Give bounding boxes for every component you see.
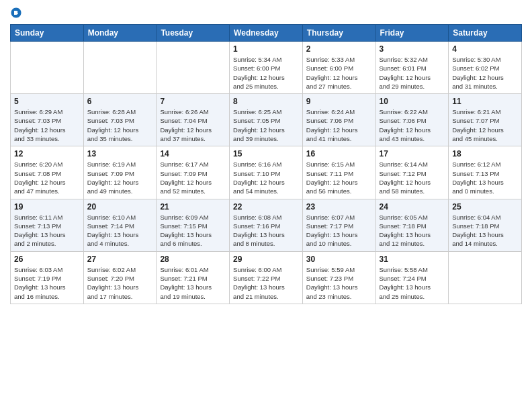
cell-info: Sunrise: 6:28 AM Sunset: 7:03 PM Dayligh… bbox=[87, 107, 153, 143]
day-number: 1 bbox=[233, 44, 299, 54]
cell-info: Sunrise: 5:58 AM Sunset: 7:24 PM Dayligh… bbox=[380, 265, 445, 301]
day-number: 21 bbox=[160, 202, 226, 212]
calendar-cell: 28Sunrise: 6:01 AM Sunset: 7:21 PM Dayli… bbox=[157, 251, 230, 304]
calendar-cell: 30Sunrise: 5:59 AM Sunset: 7:23 PM Dayli… bbox=[302, 251, 375, 304]
weekday-header: Tuesday bbox=[157, 25, 230, 42]
calendar-cell: 11Sunrise: 6:21 AM Sunset: 7:07 PM Dayli… bbox=[449, 94, 522, 146]
calendar-cell: 15Sunrise: 6:16 AM Sunset: 7:10 PM Dayli… bbox=[230, 146, 303, 199]
day-number: 4 bbox=[452, 44, 518, 54]
cell-info: Sunrise: 6:05 AM Sunset: 7:18 PM Dayligh… bbox=[380, 213, 445, 248]
weekday-header: Saturday bbox=[449, 25, 522, 42]
day-number: 29 bbox=[233, 255, 299, 264]
weekday-header: Friday bbox=[375, 25, 449, 42]
day-number: 26 bbox=[14, 255, 80, 264]
logo bbox=[10, 7, 25, 19]
calendar-cell: 3Sunrise: 5:32 AM Sunset: 6:01 PM Daylig… bbox=[375, 42, 449, 94]
cell-info: Sunrise: 6:10 AM Sunset: 7:14 PM Dayligh… bbox=[87, 213, 153, 248]
calendar-cell bbox=[11, 42, 84, 94]
calendar-cell: 29Sunrise: 6:00 AM Sunset: 7:22 PM Dayli… bbox=[230, 251, 303, 304]
calendar-header-row: SundayMondayTuesdayWednesdayThursdayFrid… bbox=[11, 25, 522, 42]
calendar-cell: 1Sunrise: 5:34 AM Sunset: 6:00 PM Daylig… bbox=[230, 42, 303, 94]
calendar-cell: 19Sunrise: 6:11 AM Sunset: 7:13 PM Dayli… bbox=[11, 199, 84, 251]
cell-info: Sunrise: 6:21 AM Sunset: 7:07 PM Dayligh… bbox=[452, 107, 518, 143]
cell-info: Sunrise: 6:15 AM Sunset: 7:11 PM Dayligh… bbox=[306, 160, 372, 195]
calendar-cell: 31Sunrise: 5:58 AM Sunset: 7:24 PM Dayli… bbox=[375, 251, 449, 304]
cell-info: Sunrise: 6:03 AM Sunset: 7:19 PM Dayligh… bbox=[14, 265, 80, 301]
cell-info: Sunrise: 6:22 AM Sunset: 7:06 PM Dayligh… bbox=[380, 107, 445, 143]
weekday-header: Monday bbox=[83, 25, 157, 42]
calendar-cell: 20Sunrise: 6:10 AM Sunset: 7:14 PM Dayli… bbox=[83, 199, 157, 251]
day-number: 3 bbox=[380, 44, 445, 54]
day-number: 8 bbox=[233, 97, 299, 106]
cell-info: Sunrise: 6:02 AM Sunset: 7:20 PM Dayligh… bbox=[87, 265, 153, 301]
calendar-cell: 6Sunrise: 6:28 AM Sunset: 7:03 PM Daylig… bbox=[83, 94, 157, 146]
day-number: 28 bbox=[160, 255, 226, 264]
calendar-cell: 18Sunrise: 6:12 AM Sunset: 7:13 PM Dayli… bbox=[449, 146, 522, 199]
calendar-week-row: 12Sunrise: 6:20 AM Sunset: 7:08 PM Dayli… bbox=[11, 146, 522, 199]
calendar-cell: 14Sunrise: 6:17 AM Sunset: 7:09 PM Dayli… bbox=[157, 146, 230, 199]
calendar-table: SundayMondayTuesdayWednesdayThursdayFrid… bbox=[10, 24, 522, 304]
day-number: 22 bbox=[233, 202, 299, 212]
day-number: 24 bbox=[380, 202, 445, 212]
day-number: 10 bbox=[380, 97, 445, 106]
calendar-cell: 27Sunrise: 6:02 AM Sunset: 7:20 PM Dayli… bbox=[83, 251, 157, 304]
cell-info: Sunrise: 6:20 AM Sunset: 7:08 PM Dayligh… bbox=[14, 160, 80, 195]
cell-info: Sunrise: 6:09 AM Sunset: 7:15 PM Dayligh… bbox=[160, 213, 226, 248]
calendar-cell: 16Sunrise: 6:15 AM Sunset: 7:11 PM Dayli… bbox=[302, 146, 375, 199]
day-number: 16 bbox=[306, 149, 372, 158]
cell-info: Sunrise: 5:32 AM Sunset: 6:01 PM Dayligh… bbox=[380, 55, 445, 91]
weekday-header: Wednesday bbox=[230, 25, 303, 42]
cell-info: Sunrise: 6:29 AM Sunset: 7:03 PM Dayligh… bbox=[14, 107, 80, 143]
calendar-cell: 21Sunrise: 6:09 AM Sunset: 7:15 PM Dayli… bbox=[157, 199, 230, 251]
cell-info: Sunrise: 6:01 AM Sunset: 7:21 PM Dayligh… bbox=[160, 265, 226, 301]
calendar-week-row: 5Sunrise: 6:29 AM Sunset: 7:03 PM Daylig… bbox=[11, 94, 522, 146]
calendar-cell bbox=[157, 42, 230, 94]
calendar-cell: 26Sunrise: 6:03 AM Sunset: 7:19 PM Dayli… bbox=[11, 251, 84, 304]
cell-info: Sunrise: 6:26 AM Sunset: 7:04 PM Dayligh… bbox=[160, 107, 226, 143]
cell-info: Sunrise: 5:30 AM Sunset: 6:02 PM Dayligh… bbox=[452, 55, 518, 91]
cell-info: Sunrise: 6:24 AM Sunset: 7:06 PM Dayligh… bbox=[306, 107, 372, 143]
cell-info: Sunrise: 6:25 AM Sunset: 7:05 PM Dayligh… bbox=[233, 107, 299, 143]
calendar-cell: 7Sunrise: 6:26 AM Sunset: 7:04 PM Daylig… bbox=[157, 94, 230, 146]
cell-info: Sunrise: 5:59 AM Sunset: 7:23 PM Dayligh… bbox=[306, 265, 372, 301]
calendar-cell bbox=[449, 251, 522, 304]
day-number: 19 bbox=[14, 202, 80, 212]
calendar-cell: 12Sunrise: 6:20 AM Sunset: 7:08 PM Dayli… bbox=[11, 146, 84, 199]
calendar-cell: 8Sunrise: 6:25 AM Sunset: 7:05 PM Daylig… bbox=[230, 94, 303, 146]
cell-info: Sunrise: 6:07 AM Sunset: 7:17 PM Dayligh… bbox=[306, 213, 372, 248]
cell-info: Sunrise: 6:08 AM Sunset: 7:16 PM Dayligh… bbox=[233, 213, 299, 248]
day-number: 20 bbox=[87, 202, 153, 212]
day-number: 5 bbox=[14, 97, 80, 106]
calendar-cell: 23Sunrise: 6:07 AM Sunset: 7:17 PM Dayli… bbox=[302, 199, 375, 251]
weekday-header: Sunday bbox=[11, 25, 84, 42]
calendar-cell: 25Sunrise: 6:04 AM Sunset: 7:18 PM Dayli… bbox=[449, 199, 522, 251]
cell-info: Sunrise: 6:04 AM Sunset: 7:18 PM Dayligh… bbox=[452, 213, 518, 248]
day-number: 30 bbox=[306, 255, 372, 264]
calendar-cell: 24Sunrise: 6:05 AM Sunset: 7:18 PM Dayli… bbox=[375, 199, 449, 251]
calendar-cell: 9Sunrise: 6:24 AM Sunset: 7:06 PM Daylig… bbox=[302, 94, 375, 146]
cell-info: Sunrise: 6:14 AM Sunset: 7:12 PM Dayligh… bbox=[380, 160, 445, 195]
calendar-cell: 2Sunrise: 5:33 AM Sunset: 6:00 PM Daylig… bbox=[302, 42, 375, 94]
day-number: 27 bbox=[87, 255, 153, 264]
cell-info: Sunrise: 5:34 AM Sunset: 6:00 PM Dayligh… bbox=[233, 55, 299, 91]
day-number: 13 bbox=[87, 149, 153, 158]
day-number: 7 bbox=[160, 97, 226, 106]
calendar-cell: 5Sunrise: 6:29 AM Sunset: 7:03 PM Daylig… bbox=[11, 94, 84, 146]
calendar-cell: 4Sunrise: 5:30 AM Sunset: 6:02 PM Daylig… bbox=[449, 42, 522, 94]
day-number: 11 bbox=[452, 97, 518, 106]
cell-info: Sunrise: 6:00 AM Sunset: 7:22 PM Dayligh… bbox=[233, 265, 299, 301]
cell-info: Sunrise: 6:17 AM Sunset: 7:09 PM Dayligh… bbox=[160, 160, 226, 195]
cell-info: Sunrise: 6:19 AM Sunset: 7:09 PM Dayligh… bbox=[87, 160, 153, 195]
day-number: 14 bbox=[160, 149, 226, 158]
cell-info: Sunrise: 6:16 AM Sunset: 7:10 PM Dayligh… bbox=[233, 160, 299, 195]
day-number: 31 bbox=[380, 255, 445, 264]
day-number: 18 bbox=[452, 149, 518, 158]
weekday-header: Thursday bbox=[302, 25, 375, 42]
calendar-cell: 13Sunrise: 6:19 AM Sunset: 7:09 PM Dayli… bbox=[83, 146, 157, 199]
calendar-cell: 22Sunrise: 6:08 AM Sunset: 7:16 PM Dayli… bbox=[230, 199, 303, 251]
day-number: 12 bbox=[14, 149, 80, 158]
logo-icon bbox=[10, 7, 22, 19]
day-number: 25 bbox=[452, 202, 518, 212]
calendar-cell bbox=[83, 42, 157, 94]
day-number: 9 bbox=[306, 97, 372, 106]
